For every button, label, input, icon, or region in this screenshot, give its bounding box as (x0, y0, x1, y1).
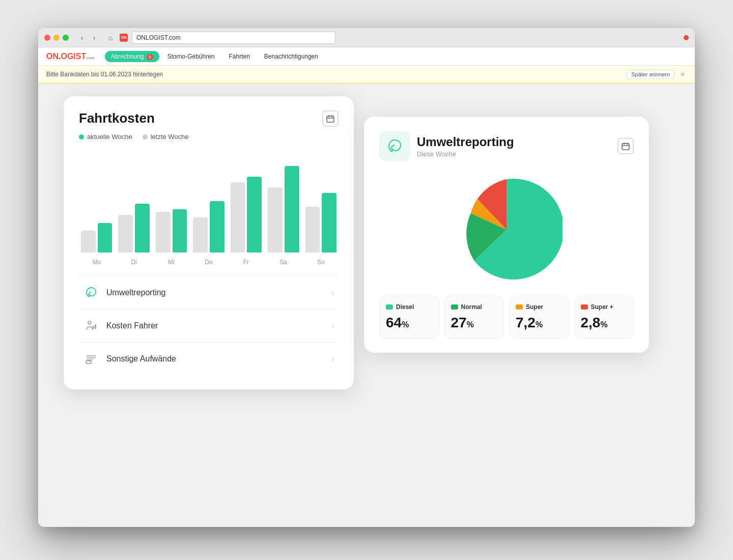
svg-rect-10 (86, 361, 91, 363)
superplus-dot (581, 304, 588, 310)
url-text: ONLOGIST.com (136, 34, 181, 41)
close-notification-button[interactable]: × (679, 70, 687, 78)
notification-text: Bitte Bankdaten bis 01.06.2023 hinterleg… (46, 71, 163, 78)
minimize-button[interactable] (53, 35, 60, 41)
home-button[interactable]: ⌂ (105, 33, 116, 43)
chart-label-sa: Sa (268, 259, 299, 266)
diesel-label: Diesel (396, 303, 414, 311)
stat-super: Super 7,2% (509, 296, 569, 339)
browser-titlebar: ‹ › ⌂ ON ONLOGIST.com (38, 28, 695, 47)
remind-button[interactable]: Später erinnern (627, 70, 674, 79)
menu-label-umweltreporting: Umweltreporting (106, 288, 325, 297)
bar-current-do (210, 201, 224, 253)
bar-group-fr (231, 177, 262, 253)
chevron-right-icon-3: › (332, 355, 334, 363)
person-chart-icon (83, 318, 99, 334)
maximize-button[interactable] (63, 35, 69, 41)
leaf-icon (83, 285, 99, 301)
chart-label-fr: Fr (231, 259, 262, 266)
stats-row: Diesel 64% Normal 27% (379, 296, 634, 339)
chart-label-do: Do (193, 259, 224, 266)
browser-window: ‹ › ⌂ ON ONLOGIST.com ON.OGISTcom Abrech… (38, 28, 695, 527)
chevron-right-icon: › (332, 289, 334, 297)
url-bar[interactable]: ONLOGIST.com (132, 32, 335, 44)
bar-current-so (322, 193, 336, 253)
menu-item-sonstige[interactable]: Sonstige Aufwände › (79, 343, 339, 375)
normal-dot (451, 304, 458, 310)
bar-current-fr (247, 177, 262, 253)
umwelt-header: Umweltreporting Diese Woche (379, 131, 634, 161)
fahrtkosten-title: Fahrtkosten (79, 110, 155, 126)
bar-prev-mi (156, 212, 171, 253)
tab-benachrichtigungen[interactable]: Benachrichtigungen (258, 51, 324, 62)
legend-current: aktuelle Woche (79, 133, 132, 141)
tab-storno[interactable]: Storno-Gebühren (161, 51, 221, 62)
svg-rect-0 (327, 116, 334, 122)
svg-rect-5 (93, 326, 94, 329)
back-button[interactable]: ‹ (77, 33, 87, 43)
bar-prev-fr (231, 182, 245, 253)
bar-group-do (193, 201, 224, 253)
list-icon (83, 351, 99, 367)
normal-indicator: Normal (451, 303, 498, 311)
forward-button[interactable]: › (89, 33, 99, 43)
superplus-value: 2,8% (581, 315, 628, 331)
stat-superplus: Super + 2,8% (574, 296, 634, 339)
fahrtkosten-calendar-icon[interactable] (322, 110, 339, 127)
tab-abrechnung[interactable]: Abrechnung 9 (105, 51, 159, 62)
diesel-dot (386, 304, 393, 310)
bar-current-sa (285, 166, 299, 253)
bar-prev-do (193, 217, 208, 253)
super-label: Super (526, 303, 543, 311)
bar-group-sa (268, 166, 299, 253)
diesel-value: 64% (386, 315, 433, 331)
legend-dot-previous (143, 134, 148, 139)
bar-prev-mo (81, 231, 96, 253)
bar-prev-so (305, 207, 320, 253)
abrechnung-badge: 9 (147, 54, 153, 60)
umwelt-calendar-icon[interactable] (617, 138, 634, 154)
bar-current-mo (98, 223, 112, 253)
chart-label-mi: Mi (156, 259, 187, 266)
bar-current-mi (173, 209, 187, 253)
umwelt-title: Umweltreporting (417, 135, 514, 149)
chevron-right-icon-2: › (332, 322, 334, 330)
notification-dot (684, 35, 689, 40)
bar-group-mi (156, 209, 187, 253)
super-value: 7,2% (516, 315, 562, 331)
menu-item-kosten-fahrer[interactable]: Kosten Fahrer › (79, 310, 339, 343)
normal-value: 27% (451, 315, 498, 331)
legend-dot-current (79, 134, 84, 139)
normal-label: Normal (461, 303, 482, 311)
fahrtkosten-header: Fahrtkosten (79, 110, 339, 127)
menu-label-kosten-fahrer: Kosten Fahrer (106, 321, 325, 330)
favicon: ON (120, 34, 128, 42)
svg-rect-6 (95, 324, 96, 329)
nav-arrows: ‹ › (77, 33, 99, 43)
bar-prev-sa (268, 187, 283, 253)
chart-label-di: Di (118, 259, 149, 266)
bar-current-di (135, 204, 150, 253)
menu-label-sonstige: Sonstige Aufwände (106, 354, 325, 363)
notification-bar: Bitte Bankdaten bis 01.06.2023 hinterleg… (38, 66, 695, 83)
umwelt-title-area: Umweltreporting Diese Woche (379, 131, 514, 161)
pie-chart-container (379, 174, 634, 286)
app-toolbar: ON.OGISTcom Abrechnung 9 Storno-Gebühren… (38, 47, 695, 66)
tab-fahrten[interactable]: Fahrten (223, 51, 256, 62)
close-button[interactable] (44, 35, 50, 41)
bar-prev-di (118, 215, 133, 253)
svg-point-4 (88, 321, 91, 324)
legend-previous: letzte Woche (143, 133, 189, 141)
super-dot (516, 304, 523, 310)
chart-labels: MoDiMiDoFrSaSo (79, 259, 339, 266)
logo-text: ON.OGISTcom (46, 52, 95, 61)
chart-label-so: So (305, 259, 336, 266)
logo: ON.OGISTcom (46, 52, 95, 61)
umwelt-title-text: Umweltreporting Diese Woche (417, 135, 514, 158)
stat-diesel: Diesel 64% (379, 296, 439, 339)
chart-label-mo: Mo (81, 259, 112, 266)
menu-item-umweltreporting[interactable]: Umweltreporting › (79, 276, 339, 310)
diesel-indicator: Diesel (386, 303, 433, 311)
stat-normal: Normal 27% (444, 296, 504, 339)
traffic-lights (44, 35, 69, 41)
